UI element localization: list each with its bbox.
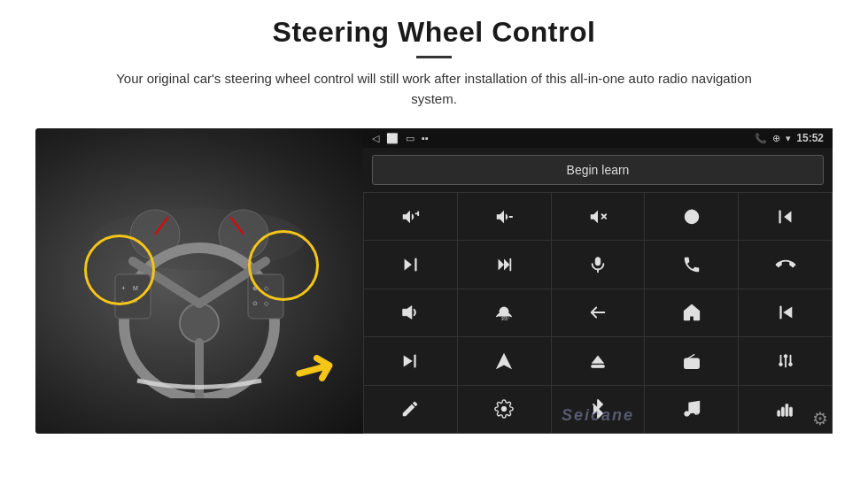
music-button[interactable]: ♪ (645, 386, 738, 433)
pen-button[interactable] (364, 386, 457, 433)
controls-grid: 360° (363, 192, 833, 434)
yellow-circle-right (248, 230, 319, 301)
page-container: Steering Wheel Control Your original car… (0, 0, 868, 485)
svg-text:360°: 360° (501, 318, 510, 322)
content-row: + - M ↺ ⊕ ◇ ⊙ ◇ ➜ (35, 128, 833, 434)
home-button[interactable] (645, 289, 738, 336)
car-image-section: + - M ↺ ⊕ ◇ ⊙ ◇ ➜ (35, 128, 363, 434)
page-title: Steering Wheel Control (97, 16, 771, 49)
svg-rect-59 (786, 404, 788, 417)
title-section: Steering Wheel Control Your original car… (97, 16, 771, 109)
vol-up-button[interactable] (364, 193, 457, 240)
svg-point-50 (779, 363, 782, 366)
svg-marker-25 (784, 211, 791, 222)
power-button[interactable] (645, 193, 738, 240)
svg-point-51 (784, 355, 787, 358)
next-track-button[interactable] (364, 241, 457, 288)
svg-rect-32 (595, 258, 601, 266)
equalizer-button[interactable] (739, 337, 832, 384)
skip-next-button[interactable] (364, 337, 457, 384)
radio-button[interactable] (645, 337, 738, 384)
svg-point-54 (685, 412, 690, 417)
status-right: 📞 ⊕ ▾ 15:52 (755, 132, 824, 144)
svg-marker-40 (404, 355, 413, 366)
phone-hangup-button[interactable] (739, 241, 832, 288)
title-divider (416, 56, 452, 58)
yellow-circle-left (84, 235, 155, 305)
signal-icon: ▪▪ (422, 133, 429, 143)
phone-status-icon: 📞 (755, 133, 767, 144)
svg-rect-58 (781, 407, 784, 416)
status-left: ◁ ⬜ ▭ ▪▪ (372, 133, 429, 144)
time-display: 15:52 (796, 132, 824, 144)
svg-point-53 (501, 407, 507, 412)
svg-marker-30 (504, 259, 509, 271)
svg-marker-41 (592, 355, 605, 363)
back-nav-icon[interactable]: ◁ (372, 133, 379, 144)
svg-point-4 (180, 304, 219, 343)
recents-nav-icon[interactable]: ▭ (406, 133, 415, 144)
svg-marker-29 (499, 259, 504, 271)
steering-wheel-bg: + - M ↺ ⊕ ◇ ⊙ ◇ ➜ (35, 128, 363, 434)
vol-mute-button[interactable] (552, 193, 645, 240)
bluetooth-button[interactable] (552, 386, 645, 433)
gear-icon[interactable]: ⚙ (812, 408, 828, 429)
back-button[interactable] (552, 289, 645, 336)
home-nav-icon[interactable]: ⬜ (386, 133, 399, 144)
android-panel: ◁ ⬜ ▭ ▪▪ 📞 ⊕ ▾ 15:52 Begin learn (363, 128, 833, 434)
svg-marker-38 (783, 307, 792, 319)
begin-learn-button[interactable]: Begin learn (372, 155, 824, 185)
subtitle: Your original car's steering wheel contr… (97, 69, 771, 109)
svg-rect-57 (777, 411, 779, 416)
svg-text:⊙: ⊙ (252, 300, 258, 306)
eject-button[interactable] (552, 337, 645, 384)
mic-button[interactable] (552, 241, 645, 288)
vol-down-button[interactable] (458, 193, 551, 240)
horn-button[interactable] (364, 289, 457, 336)
status-bar: ◁ ⬜ ▭ ▪▪ 📞 ⊕ ▾ 15:52 (363, 128, 833, 148)
360-camera-button[interactable]: 360° (458, 289, 551, 336)
ff-button[interactable] (458, 241, 551, 288)
wifi-status-icon: ▾ (786, 133, 791, 144)
svg-text:♪: ♪ (695, 412, 698, 418)
phone-answer-button[interactable] (645, 241, 738, 288)
svg-rect-42 (592, 365, 605, 367)
navigation-button[interactable] (458, 337, 551, 384)
svg-marker-34 (403, 306, 412, 319)
svg-marker-27 (405, 259, 412, 271)
prev-track-button[interactable] (739, 193, 832, 240)
svg-point-52 (788, 363, 792, 366)
android-panel-wrapper: ◁ ⬜ ▭ ▪▪ 📞 ⊕ ▾ 15:52 Begin learn (363, 128, 833, 434)
skip-prev-button[interactable] (739, 289, 832, 336)
location-status-icon: ⊕ (772, 133, 780, 144)
begin-learn-row: Begin learn (363, 148, 833, 192)
settings-button[interactable] (458, 386, 551, 433)
svg-rect-60 (789, 407, 792, 416)
svg-point-44 (686, 362, 690, 366)
